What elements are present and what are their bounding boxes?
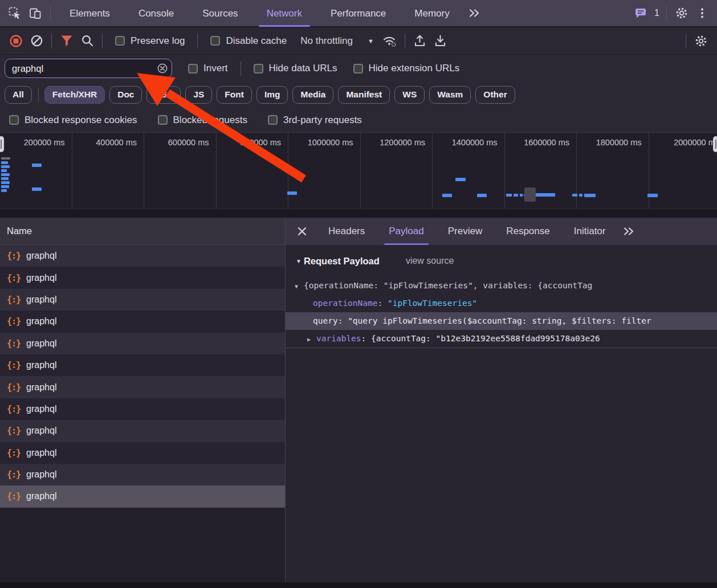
export-har-button[interactable] (430, 30, 451, 52)
request-row[interactable]: {:}graphql (0, 376, 285, 398)
record-network-log-button[interactable] (6, 30, 26, 52)
request-row[interactable]: {:}graphql (0, 485, 285, 507)
device-toolbar-button[interactable] (25, 2, 46, 24)
request-row[interactable]: {:}graphql (0, 333, 285, 354)
type-chip-fetch-xhr[interactable]: Fetch/XHR (44, 86, 105, 104)
tab-preview[interactable]: Preview (446, 218, 484, 245)
overview-left-handle[interactable] (0, 136, 4, 152)
tab-elements[interactable]: Elements (59, 0, 120, 27)
payload-tree-row[interactable]: query: "query ipFlowTimeseries($accountT… (286, 312, 717, 330)
type-chip-font[interactable]: Font (217, 86, 252, 104)
request-row[interactable]: {:}graphql (0, 354, 285, 376)
chevron-down-icon: ▼ (368, 38, 374, 44)
tab-initiator[interactable]: Initiator (572, 218, 608, 245)
clear-icon (30, 34, 43, 47)
request-row[interactable]: {:}graphql (0, 442, 285, 464)
more-tabs-button[interactable] (464, 2, 484, 24)
hide-data-urls-checkbox[interactable] (254, 64, 263, 74)
pane-resize-divider[interactable] (285, 218, 286, 582)
type-chip-img[interactable]: Img (256, 86, 288, 104)
request-row[interactable]: {:}graphql (0, 311, 285, 332)
issues-button[interactable] (630, 2, 651, 24)
tab-payload[interactable]: Payload (386, 218, 426, 245)
type-chip-js[interactable]: JS (185, 86, 212, 104)
disclosure-triangle-icon[interactable]: ▼ (295, 277, 304, 295)
preserve-log-checkbox[interactable] (115, 36, 125, 46)
payload-segment-bright: : {accountTag: "b12e3b2192ee5588fdad9951… (361, 334, 600, 343)
tab-network[interactable]: Network (256, 0, 312, 27)
tab-headers[interactable]: Headers (326, 218, 367, 245)
request-name-label: graphql (26, 469, 56, 480)
separator (38, 88, 39, 102)
type-chip-doc[interactable]: Doc (109, 86, 142, 104)
search-network-button[interactable] (77, 30, 97, 52)
overview-right-handle[interactable] (713, 136, 717, 152)
filter-toggle-button[interactable] (56, 30, 77, 52)
request-row[interactable]: {:}graphql (0, 289, 285, 311)
name-column-label: Name (7, 226, 32, 236)
disclosure-triangle-icon[interactable]: ▶ (307, 330, 316, 348)
separator (241, 61, 241, 76)
payload-segment-bright: query (313, 316, 338, 325)
separator (51, 34, 52, 48)
window-bottom-edge (0, 582, 717, 588)
network-filter-row: Invert Hide data URLs Hide extension URL… (0, 55, 717, 82)
third-party-checkbox[interactable] (268, 115, 278, 125)
throttling-select[interactable]: No throttling ▼ (300, 35, 374, 47)
preserve-log-label: Preserve log (131, 35, 185, 47)
payload-tree-row[interactable]: operationName: "ipFlowTimeseries" (286, 295, 717, 312)
json-braces-icon: {:} (7, 251, 21, 261)
payload-tree-row[interactable]: ▶variables: {accountTag: "b12e3b2192ee55… (286, 330, 717, 348)
type-chip-css[interactable]: CSS (146, 86, 181, 104)
json-braces-icon: {:} (7, 426, 21, 436)
more-detail-tabs-button[interactable] (623, 226, 634, 237)
type-chip-all[interactable]: All (5, 86, 32, 104)
blocked-requests-checkbox[interactable] (158, 115, 168, 125)
json-braces-icon: {:} (7, 360, 21, 370)
request-row[interactable]: {:}graphql (0, 245, 285, 267)
request-row[interactable]: {:}graphql (0, 420, 285, 442)
payload-segment-key: operationName (313, 299, 378, 308)
tab-sources[interactable]: Sources (192, 0, 248, 27)
request-row[interactable]: {:}graphql (0, 464, 285, 485)
tab-memory[interactable]: Memory (404, 0, 459, 27)
payload-tree-row[interactable]: ▼{operationName: "ipFlowTimeseries", var… (286, 277, 717, 295)
filter-input[interactable] (5, 59, 172, 78)
json-braces-icon: {:} (7, 295, 21, 305)
search-icon (81, 34, 94, 47)
settings-button[interactable] (671, 2, 692, 24)
tab-performance[interactable]: Performance (320, 0, 396, 27)
tab-response[interactable]: Response (504, 218, 552, 245)
blocked-requests-label: Blocked requests (173, 115, 247, 126)
network-split-view: Name {:}graphql{:}graphql{:}graphql{:}gr… (0, 217, 717, 582)
type-chip-media[interactable]: Media (292, 86, 333, 104)
devtools-menu-button[interactable] (692, 2, 712, 24)
import-har-button[interactable] (410, 30, 430, 52)
selected-request-marker (528, 189, 532, 200)
request-row[interactable]: {:}graphql (0, 267, 285, 288)
type-chip-manifest[interactable]: Manifest (338, 86, 390, 104)
clear-network-log-button[interactable] (26, 30, 47, 52)
network-conditions-button[interactable] (380, 30, 400, 52)
type-chip-other[interactable]: Other (475, 86, 515, 104)
close-details-button[interactable] (294, 223, 311, 240)
payload-segment-val: "query ipFlowTimeseries($accountTag: str… (348, 316, 651, 325)
invert-checkbox[interactable] (188, 64, 198, 74)
tab-console[interactable]: Console (128, 0, 184, 27)
hide-extension-urls-checkbox[interactable] (353, 64, 363, 74)
network-settings-button[interactable] (691, 30, 711, 52)
blocked-cookies-checkbox[interactable] (9, 115, 19, 125)
request-row[interactable]: {:}graphql (0, 398, 285, 420)
network-toolbar: Preserve log Disable cache No throttling… (0, 27, 717, 55)
name-column-header[interactable]: Name (0, 218, 285, 245)
type-chip-wasm[interactable]: Wasm (429, 86, 471, 104)
inspect-element-button[interactable] (5, 2, 25, 24)
issues-bubble-icon (634, 7, 647, 19)
type-chip-ws[interactable]: WS (394, 86, 425, 104)
disable-cache-checkbox[interactable] (210, 36, 220, 46)
request-payload-section-header[interactable]: ▼ Request Payload view source (286, 252, 717, 270)
view-source-link[interactable]: view source (406, 256, 454, 266)
request-name-label: graphql (26, 382, 56, 393)
clear-filter-button[interactable] (157, 63, 168, 74)
network-overview-timeline[interactable]: 200000 ms400000 ms600000 ms800000 ms1000… (0, 133, 717, 217)
